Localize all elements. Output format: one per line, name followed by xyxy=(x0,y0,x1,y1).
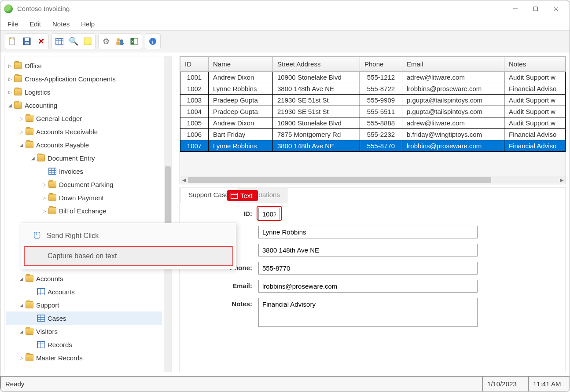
menu-edit[interactable]: Edit xyxy=(28,19,43,29)
field-name[interactable] xyxy=(258,226,478,238)
grid-horizontal-scrollbar[interactable]: ◀ ▶ xyxy=(180,176,566,184)
table-row[interactable]: 1001Andrew Dixon10900 Stonelake Blvd555-… xyxy=(180,72,566,83)
info-icon[interactable]: i xyxy=(148,37,158,46)
titlebar: Contoso Invoicing xyxy=(0,0,570,17)
tree-scrollbar[interactable] xyxy=(164,56,172,372)
folder-icon xyxy=(14,88,22,95)
tree-item-cases[interactable]: Cases xyxy=(6,311,162,325)
context-label: Capture based on text xyxy=(48,252,117,260)
cell-email: p.gupta@tailspintoys.com xyxy=(402,106,504,117)
detail-form: ID: Name: Street: xyxy=(180,203,566,341)
grid-icon xyxy=(37,341,45,348)
tree-item-down-payment[interactable]: ▷Down Payment xyxy=(6,191,162,204)
tree-item-accounts-leaf[interactable]: Accounts xyxy=(6,285,162,298)
tree-item-records[interactable]: Records xyxy=(6,338,162,351)
svg-text:X: X xyxy=(131,40,134,44)
menu-help[interactable]: Help xyxy=(79,19,96,29)
cell-name: Pradeep Gupta xyxy=(209,95,273,106)
table-row[interactable]: 1007Lynne Robbins3800 148th Ave NE555-87… xyxy=(180,140,566,152)
cell-street: 3800 148th Ave NE xyxy=(273,140,360,152)
field-phone[interactable] xyxy=(258,262,478,275)
field-email[interactable] xyxy=(258,280,478,293)
table-row[interactable]: 1004Pradeep Gupta21930 SE 51st St555-551… xyxy=(180,106,566,117)
tree-label: Cross-Application Components xyxy=(25,75,116,83)
tree-item-office[interactable]: ▷Office xyxy=(6,59,162,72)
folder-icon xyxy=(14,75,22,82)
table-row[interactable]: 1002Lynne Robbins3800 148th Ave NE555-87… xyxy=(180,83,566,95)
save-icon[interactable] xyxy=(22,37,32,46)
grid-header-row: ID Name Street Address Phone Email Notes xyxy=(180,57,566,72)
cell-email: lrobbins@proseware.com xyxy=(402,83,504,95)
context-send-right-click[interactable]: Send Right Click xyxy=(21,226,236,246)
svg-point-12 xyxy=(117,38,120,42)
col-name[interactable]: Name xyxy=(209,57,273,72)
tree-label: Document Entry xyxy=(48,154,95,162)
cell-street: 10900 Stonelake Blvd xyxy=(273,72,360,83)
col-notes[interactable]: Notes xyxy=(504,57,566,72)
grid-empty-area: ◀ ▶ xyxy=(180,152,566,184)
folder-icon xyxy=(26,354,33,361)
table-row[interactable]: 1003Pradeep Gupta21930 SE 51st St555-990… xyxy=(180,95,566,106)
new-icon[interactable]: ✦ xyxy=(8,37,18,46)
tree-item-logistics[interactable]: ▷Logistics xyxy=(6,85,162,99)
minimize-button[interactable] xyxy=(505,2,526,15)
grid-icon[interactable] xyxy=(55,37,64,46)
tree-item-crossapp[interactable]: ▷Cross-Application Components xyxy=(6,72,162,85)
settings-icon[interactable]: ⚙ xyxy=(101,37,111,46)
data-grid[interactable]: ID Name Street Address Phone Email Notes… xyxy=(180,56,566,152)
col-street[interactable]: Street Address xyxy=(273,57,360,72)
window-icon xyxy=(231,193,238,199)
col-id[interactable]: ID xyxy=(180,57,209,72)
search-icon[interactable]: 🔍 xyxy=(69,37,78,46)
tree-item-accounts-receivable[interactable]: ▷Accounts Receivable xyxy=(6,125,162,138)
detail-panel: Support Case Annotations Text ID: xyxy=(180,187,566,372)
label-notes: Notes: xyxy=(215,298,252,308)
cell-email: lrobbins@proseware.com xyxy=(402,140,504,152)
svg-text:i: i xyxy=(152,39,153,45)
tree-item-accounting[interactable]: ◢Accounting xyxy=(6,99,162,112)
context-capture-text[interactable]: Capture based on text xyxy=(24,246,233,266)
col-phone[interactable]: Phone xyxy=(360,57,402,72)
tree-item-visitors[interactable]: ◢Visitors xyxy=(6,325,162,338)
splitter[interactable] xyxy=(175,56,177,372)
field-notes[interactable] xyxy=(258,298,478,327)
cell-phone: 555-5511 xyxy=(360,106,402,117)
table-row[interactable]: 1006Bart Friday7875 Montgomery Rd555-223… xyxy=(180,129,566,140)
grid-icon xyxy=(48,168,56,175)
tree-item-document-entry[interactable]: ◢Document Entry xyxy=(6,151,162,165)
menu-file[interactable]: File xyxy=(6,19,20,29)
field-street[interactable] xyxy=(258,244,478,256)
statusbar: Ready 1/10/2023 11:41 AM xyxy=(0,376,570,392)
tree-item-accounts-payable[interactable]: ◢Accounts Payable xyxy=(6,138,162,151)
svg-rect-8 xyxy=(25,38,29,41)
delete-icon[interactable]: ✕ xyxy=(36,37,46,46)
cell-notes: Audit Support w xyxy=(504,72,566,83)
cell-street: 7875 Montgomery Rd xyxy=(273,129,360,140)
tree-item-support[interactable]: ◢Support xyxy=(6,298,162,311)
tree-item-general-ledger[interactable]: ▷General Ledger xyxy=(6,112,162,125)
cell-street: 21930 SE 51st St xyxy=(273,95,360,106)
tree-item-document-parking[interactable]: ▷Document Parking xyxy=(6,178,162,191)
field-id[interactable] xyxy=(258,208,279,220)
menu-notes[interactable]: Notes xyxy=(51,19,71,29)
excel-icon[interactable]: X xyxy=(129,37,139,46)
scroll-right-icon[interactable]: ▶ xyxy=(558,177,566,183)
tree-item-bill-of-exchange[interactable]: ▷Bill of Exchange xyxy=(6,204,162,217)
tree-item-master-records[interactable]: ▷Master Records xyxy=(6,351,162,364)
text-badge[interactable]: Text xyxy=(227,190,258,201)
col-email[interactable]: Email xyxy=(402,57,504,72)
maximize-button[interactable] xyxy=(526,2,546,15)
cell-id: 1002 xyxy=(180,83,209,95)
cell-phone: 555-8770 xyxy=(360,140,402,152)
right-panel: ID Name Street Address Phone Email Notes… xyxy=(180,56,566,372)
users-icon[interactable] xyxy=(115,37,125,46)
cell-phone: 555-8722 xyxy=(360,83,402,95)
tree-item-invoices[interactable]: Invoices xyxy=(6,165,162,178)
tree-item-accounts[interactable]: ◢Accounts xyxy=(6,272,162,285)
note-icon[interactable] xyxy=(83,37,92,46)
folder-icon xyxy=(26,141,33,148)
scroll-left-icon[interactable]: ◀ xyxy=(180,177,188,183)
close-button[interactable] xyxy=(546,2,566,15)
table-row[interactable]: 1005Andrew Dixon10900 Stonelake Blvd555-… xyxy=(180,117,566,129)
cell-email: b.friday@wingtiptoys.com xyxy=(402,129,504,140)
